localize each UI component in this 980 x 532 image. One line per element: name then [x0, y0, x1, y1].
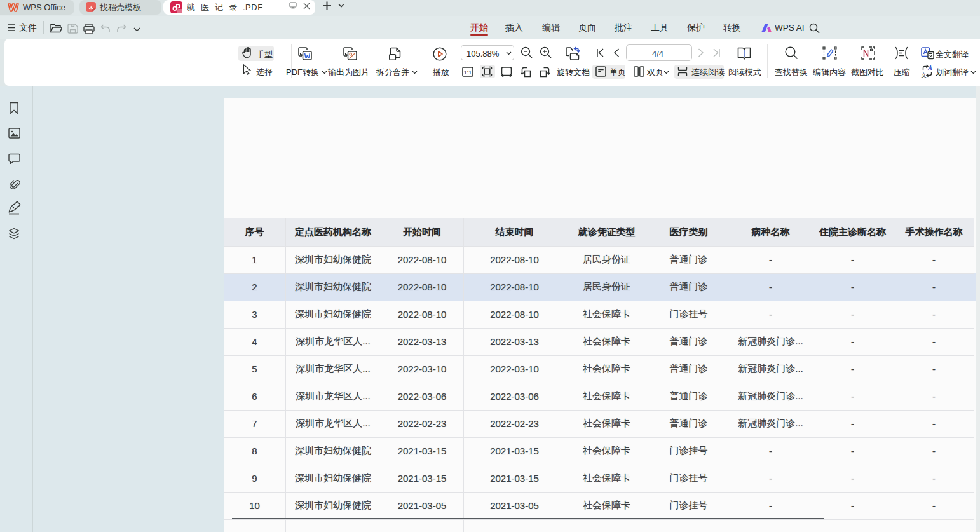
- svg-text:1:1: 1:1: [464, 69, 472, 76]
- svg-text:A: A: [927, 64, 932, 71]
- svg-text:文: 文: [921, 72, 927, 78]
